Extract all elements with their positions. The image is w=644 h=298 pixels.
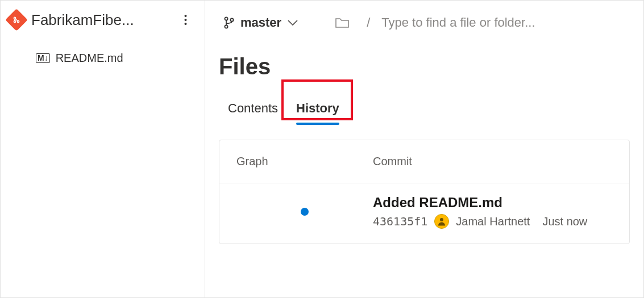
graph-cell: [236, 208, 373, 216]
branch-name: master: [240, 15, 281, 30]
tree-item-label: README.md: [56, 52, 123, 65]
commit-message[interactable]: Added README.md: [373, 195, 612, 211]
commit-meta: 436135f1 Jamal Hartnett Just now: [373, 214, 612, 229]
topbar: master /: [205, 1, 643, 33]
svg-point-1: [17, 20, 19, 22]
tree-item-readme[interactable]: M↓ README.md: [1, 46, 205, 70]
column-graph: Graph: [236, 155, 373, 168]
svg-point-3: [184, 15, 186, 17]
page-title: Files: [205, 33, 643, 84]
svg-point-8: [230, 18, 233, 21]
history-header: Graph Commit: [219, 140, 629, 183]
tabs: Contents History: [205, 84, 643, 124]
markdown-icon: M↓: [36, 53, 50, 63]
sidebar: FabrikamFibe... M↓ README.md: [1, 1, 205, 297]
svg-point-9: [440, 218, 443, 221]
path-separator: /: [367, 15, 370, 30]
tab-history[interactable]: History: [287, 95, 348, 124]
path-search-input[interactable]: [381, 15, 630, 30]
commit-row[interactable]: Added README.md 436135f1 Jamal Hartnett …: [219, 183, 629, 244]
svg-point-2: [14, 20, 15, 22]
main-content: master / Files Contents History Graph Co…: [205, 1, 643, 297]
more-vertical-icon: [184, 14, 187, 26]
commit-time: Just now: [542, 215, 587, 228]
tab-contents[interactable]: Contents: [219, 95, 287, 124]
commit-author[interactable]: Jamal Hartnett: [456, 215, 530, 228]
commit-cell: Added README.md 436135f1 Jamal Hartnett …: [373, 195, 612, 229]
git-repo-icon: [5, 9, 28, 31]
commit-node-icon: [301, 208, 309, 216]
svg-point-0: [14, 17, 15, 19]
folder-icon[interactable]: [335, 16, 350, 29]
branch-icon: [223, 16, 235, 29]
history-panel: Graph Commit Added README.md 436135f1 Ja…: [219, 140, 630, 244]
avatar[interactable]: [434, 214, 449, 229]
column-commit: Commit: [373, 155, 612, 168]
svg-point-6: [225, 17, 227, 20]
branch-selector[interactable]: master: [219, 12, 303, 33]
file-tree: M↓ README.md: [1, 39, 205, 70]
svg-point-5: [184, 23, 186, 25]
repo-name[interactable]: FabrikamFibe...: [31, 11, 169, 29]
person-icon: [437, 216, 447, 226]
svg-point-4: [184, 19, 186, 21]
commit-hash[interactable]: 436135f1: [373, 215, 427, 228]
chevron-down-icon: [287, 19, 298, 26]
more-actions-button[interactable]: [176, 11, 194, 29]
sidebar-header: FabrikamFibe...: [1, 1, 205, 39]
svg-point-7: [225, 25, 227, 28]
